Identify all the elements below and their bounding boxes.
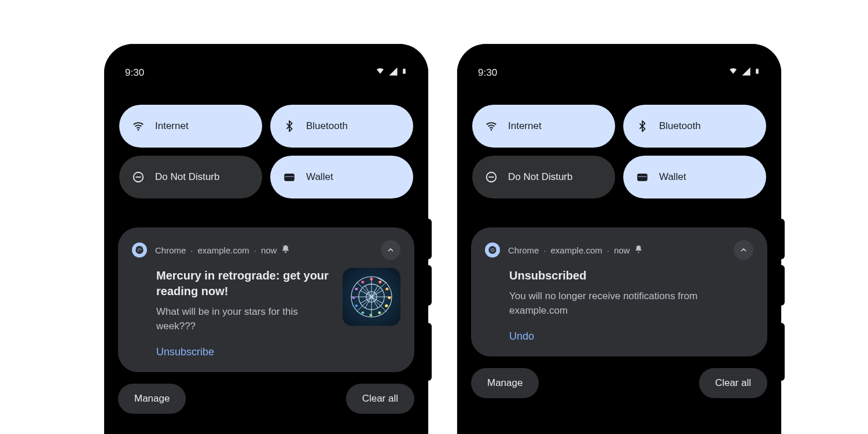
tile-bluetooth[interactable]: Bluetooth xyxy=(270,105,413,148)
svg-point-39 xyxy=(491,249,494,251)
svg-rect-4 xyxy=(285,176,295,177)
chrome-icon xyxy=(132,242,147,258)
svg-text:♉: ♉ xyxy=(378,280,382,284)
svg-text:♒: ♒ xyxy=(355,287,358,291)
svg-text:♑: ♑ xyxy=(352,296,355,300)
svg-text:♋: ♋ xyxy=(388,296,391,300)
notification-thumbnail: ♈♉ ♊♋ ♌♍ ♎♏ ♐♑ ♒♓ xyxy=(343,268,400,326)
notification-meta: Chrome · example.com · now xyxy=(155,245,290,255)
wallet-icon xyxy=(283,171,296,183)
site-name: example.com xyxy=(551,245,602,255)
tile-label: Wallet xyxy=(659,171,686,183)
volume-down-button[interactable] xyxy=(781,265,785,306)
tile-dnd[interactable]: Do Not Disturb xyxy=(472,156,615,198)
site-name: example.com xyxy=(198,245,249,255)
tile-internet[interactable]: Internet xyxy=(119,105,262,148)
battery-icon xyxy=(401,66,407,79)
quick-settings: Internet Bluetooth Do Not Disturb xyxy=(468,105,771,198)
power-button[interactable] xyxy=(428,323,432,381)
status-icons xyxy=(728,66,760,79)
clear-all-button[interactable]: Clear all xyxy=(699,368,767,398)
phone-frame-left: 9:30 xyxy=(104,22,428,434)
svg-text:♊: ♊ xyxy=(385,287,389,291)
svg-rect-36 xyxy=(638,176,648,177)
tile-label: Bluetooth xyxy=(306,120,348,132)
undo-action[interactable]: Undo xyxy=(509,330,534,342)
cell-signal-icon xyxy=(741,67,751,79)
tile-label: Do Not Disturb xyxy=(508,171,572,183)
tile-label: Wallet xyxy=(306,171,333,183)
battery-icon xyxy=(754,66,760,79)
status-icons xyxy=(375,66,407,79)
notification-desc: You will no longer receive notifications… xyxy=(509,289,753,318)
bluetooth-icon xyxy=(636,120,649,133)
tile-label: Internet xyxy=(508,120,542,132)
notification-title: Unsubscribed xyxy=(509,268,753,284)
svg-point-7 xyxy=(138,249,141,251)
bluetooth-icon xyxy=(283,120,296,133)
notification-title: Mercury in retrograde: get your reading … xyxy=(156,268,332,299)
phone-frame-right: 9:30 xyxy=(457,22,781,434)
collapse-button[interactable] xyxy=(734,240,753,260)
app-name: Chrome xyxy=(508,245,539,255)
svg-text:♎: ♎ xyxy=(369,313,373,317)
tile-internet[interactable]: Internet xyxy=(472,105,615,148)
notification-footer: Manage Clear all xyxy=(471,368,767,398)
notification-card[interactable]: Chrome · example.com · now xyxy=(471,227,767,356)
bell-ringing-icon xyxy=(634,245,643,255)
app-name: Chrome xyxy=(155,245,186,255)
wifi-icon xyxy=(728,66,738,79)
svg-text:♐: ♐ xyxy=(355,304,358,308)
svg-point-32 xyxy=(491,129,492,131)
tile-wallet[interactable]: Wallet xyxy=(623,156,766,198)
wifi-icon xyxy=(375,66,385,79)
phone-left: 9:30 xyxy=(104,44,428,434)
phone-right: 9:30 xyxy=(457,44,781,434)
collapse-button[interactable] xyxy=(381,240,400,260)
svg-text:♈: ♈ xyxy=(370,277,373,281)
dnd-icon xyxy=(132,171,145,183)
clear-all-button[interactable]: Clear all xyxy=(346,384,414,414)
notif-time: now xyxy=(614,245,630,255)
tile-bluetooth[interactable]: Bluetooth xyxy=(623,105,766,148)
status-time: 9:30 xyxy=(125,67,144,79)
volume-down-button[interactable] xyxy=(428,265,432,306)
svg-text:♌: ♌ xyxy=(385,304,388,308)
status-bar: 9:30 xyxy=(468,44,771,79)
notification-meta: Chrome · example.com · now xyxy=(508,245,643,255)
notification-footer: Manage Clear all xyxy=(118,384,414,414)
wifi-icon xyxy=(485,120,498,133)
notification-card[interactable]: Chrome · example.com · now xyxy=(118,227,414,372)
quick-settings: Internet Bluetooth Do Not Disturb xyxy=(115,105,418,198)
manage-button[interactable]: Manage xyxy=(118,384,186,414)
dnd-icon xyxy=(485,171,498,183)
svg-point-0 xyxy=(138,129,139,131)
tile-label: Bluetooth xyxy=(659,120,701,132)
tile-dnd[interactable]: Do Not Disturb xyxy=(119,156,262,198)
bell-ringing-icon xyxy=(281,245,290,255)
unsubscribe-action[interactable]: Unsubscribe xyxy=(156,346,214,358)
status-bar: 9:30 xyxy=(115,44,418,79)
svg-text:♍: ♍ xyxy=(378,311,381,315)
volume-up-button[interactable] xyxy=(428,219,432,259)
tile-label: Do Not Disturb xyxy=(155,171,219,183)
notification-desc: What will be in your stars for this week… xyxy=(156,305,332,333)
status-time: 9:30 xyxy=(478,67,497,79)
volume-up-button[interactable] xyxy=(781,219,785,259)
wifi-icon xyxy=(132,120,145,133)
cell-signal-icon xyxy=(388,67,398,79)
wallet-icon xyxy=(636,171,649,183)
power-button[interactable] xyxy=(781,323,785,381)
tile-wallet[interactable]: Wallet xyxy=(270,156,413,198)
notif-time: now xyxy=(261,245,277,255)
svg-text:♓: ♓ xyxy=(361,280,365,284)
chrome-icon xyxy=(485,242,500,258)
svg-text:♏: ♏ xyxy=(361,311,365,315)
tile-label: Internet xyxy=(155,120,189,132)
manage-button[interactable]: Manage xyxy=(471,368,539,398)
